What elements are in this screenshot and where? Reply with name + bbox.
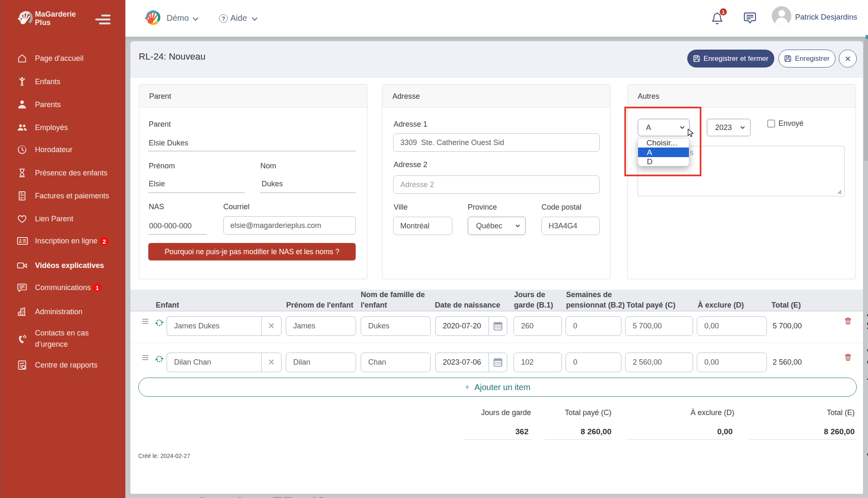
svg-text:$: $ bbox=[20, 192, 23, 197]
